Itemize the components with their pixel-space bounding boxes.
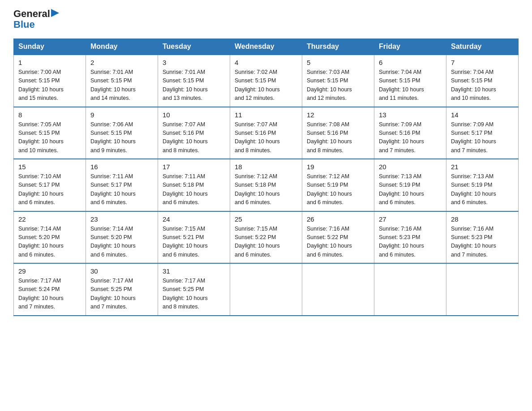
calendar-cell: 20Sunrise: 7:13 AMSunset: 5:19 PMDayligh… bbox=[374, 159, 446, 211]
day-info: Sunrise: 7:10 AMSunset: 5:17 PMDaylight:… bbox=[18, 172, 81, 207]
day-info: Sunrise: 7:13 AMSunset: 5:19 PMDaylight:… bbox=[451, 172, 514, 207]
calendar-week-3: 15Sunrise: 7:10 AMSunset: 5:17 PMDayligh… bbox=[14, 159, 519, 211]
calendar-week-2: 8Sunrise: 7:05 AMSunset: 5:15 PMDaylight… bbox=[14, 107, 519, 159]
calendar-cell: 30Sunrise: 7:17 AMSunset: 5:25 PMDayligh… bbox=[86, 263, 158, 316]
page-header: General Blue bbox=[13, 9, 519, 30]
day-info: Sunrise: 7:14 AMSunset: 5:20 PMDaylight:… bbox=[18, 225, 81, 260]
day-number: 19 bbox=[307, 163, 369, 171]
day-info: Sunrise: 7:14 AMSunset: 5:20 PMDaylight:… bbox=[90, 225, 153, 260]
calendar-cell: 18Sunrise: 7:12 AMSunset: 5:18 PMDayligh… bbox=[230, 159, 302, 211]
day-number: 30 bbox=[90, 267, 153, 275]
calendar-cell: 14Sunrise: 7:09 AMSunset: 5:17 PMDayligh… bbox=[446, 107, 519, 159]
svg-marker-0 bbox=[51, 9, 59, 17]
calendar-cell bbox=[446, 263, 519, 316]
calendar-cell: 26Sunrise: 7:16 AMSunset: 5:22 PMDayligh… bbox=[302, 211, 374, 264]
calendar-cell: 24Sunrise: 7:15 AMSunset: 5:21 PMDayligh… bbox=[158, 211, 230, 264]
day-info: Sunrise: 7:06 AMSunset: 5:15 PMDaylight:… bbox=[90, 120, 153, 155]
calendar-cell: 11Sunrise: 7:07 AMSunset: 5:16 PMDayligh… bbox=[230, 107, 302, 159]
calendar-cell: 8Sunrise: 7:05 AMSunset: 5:15 PMDaylight… bbox=[14, 107, 86, 159]
calendar-week-5: 29Sunrise: 7:17 AMSunset: 5:24 PMDayligh… bbox=[14, 263, 519, 316]
calendar-cell: 4Sunrise: 7:02 AMSunset: 5:15 PMDaylight… bbox=[230, 55, 302, 107]
calendar-week-4: 22Sunrise: 7:14 AMSunset: 5:20 PMDayligh… bbox=[14, 211, 519, 264]
day-info: Sunrise: 7:08 AMSunset: 5:16 PMDaylight:… bbox=[307, 120, 369, 155]
calendar-cell: 17Sunrise: 7:11 AMSunset: 5:18 PMDayligh… bbox=[158, 159, 230, 211]
header-wednesday: Wednesday bbox=[230, 39, 302, 55]
calendar-cell: 19Sunrise: 7:12 AMSunset: 5:19 PMDayligh… bbox=[302, 159, 374, 211]
day-number: 22 bbox=[18, 215, 81, 223]
calendar-cell: 31Sunrise: 7:17 AMSunset: 5:25 PMDayligh… bbox=[158, 263, 230, 316]
day-number: 8 bbox=[18, 111, 81, 119]
day-info: Sunrise: 7:04 AMSunset: 5:15 PMDaylight:… bbox=[451, 68, 514, 103]
day-number: 1 bbox=[18, 59, 81, 66]
day-info: Sunrise: 7:00 AMSunset: 5:15 PMDaylight:… bbox=[18, 68, 81, 103]
day-info: Sunrise: 7:15 AMSunset: 5:22 PMDaylight:… bbox=[235, 225, 297, 260]
day-number: 18 bbox=[235, 163, 297, 171]
calendar-cell: 15Sunrise: 7:10 AMSunset: 5:17 PMDayligh… bbox=[14, 159, 86, 211]
calendar-cell: 10Sunrise: 7:07 AMSunset: 5:16 PMDayligh… bbox=[158, 107, 230, 159]
day-info: Sunrise: 7:12 AMSunset: 5:19 PMDaylight:… bbox=[307, 172, 369, 207]
day-number: 24 bbox=[163, 215, 225, 223]
calendar-week-1: 1Sunrise: 7:00 AMSunset: 5:15 PMDaylight… bbox=[14, 55, 519, 107]
day-number: 10 bbox=[163, 111, 225, 119]
calendar-cell bbox=[374, 263, 446, 316]
day-number: 15 bbox=[18, 163, 81, 171]
calendar-cell: 16Sunrise: 7:11 AMSunset: 5:17 PMDayligh… bbox=[86, 159, 158, 211]
day-info: Sunrise: 7:17 AMSunset: 5:24 PMDaylight:… bbox=[18, 277, 81, 312]
header-tuesday: Tuesday bbox=[158, 39, 230, 55]
day-info: Sunrise: 7:11 AMSunset: 5:17 PMDaylight:… bbox=[90, 172, 153, 207]
calendar-cell: 28Sunrise: 7:16 AMSunset: 5:23 PMDayligh… bbox=[446, 211, 519, 264]
day-number: 3 bbox=[163, 59, 225, 66]
day-number: 17 bbox=[163, 163, 225, 171]
day-number: 13 bbox=[379, 111, 442, 119]
logo: General Blue bbox=[13, 9, 59, 30]
day-number: 31 bbox=[163, 267, 225, 275]
day-info: Sunrise: 7:11 AMSunset: 5:18 PMDaylight:… bbox=[163, 172, 225, 207]
day-info: Sunrise: 7:02 AMSunset: 5:15 PMDaylight:… bbox=[235, 68, 297, 103]
day-number: 16 bbox=[90, 163, 153, 171]
day-info: Sunrise: 7:15 AMSunset: 5:21 PMDaylight:… bbox=[163, 225, 225, 260]
day-info: Sunrise: 7:07 AMSunset: 5:16 PMDaylight:… bbox=[235, 120, 297, 155]
day-number: 27 bbox=[379, 215, 442, 223]
day-info: Sunrise: 7:01 AMSunset: 5:15 PMDaylight:… bbox=[163, 68, 225, 103]
calendar-cell: 7Sunrise: 7:04 AMSunset: 5:15 PMDaylight… bbox=[446, 55, 519, 107]
calendar-cell: 13Sunrise: 7:09 AMSunset: 5:16 PMDayligh… bbox=[374, 107, 446, 159]
logo-arrow-icon bbox=[51, 9, 59, 17]
day-number: 5 bbox=[307, 59, 369, 66]
day-number: 23 bbox=[90, 215, 153, 223]
day-number: 7 bbox=[451, 59, 514, 66]
day-info: Sunrise: 7:01 AMSunset: 5:15 PMDaylight:… bbox=[90, 68, 153, 103]
day-info: Sunrise: 7:12 AMSunset: 5:18 PMDaylight:… bbox=[235, 172, 297, 207]
header-thursday: Thursday bbox=[302, 39, 374, 55]
header-friday: Friday bbox=[374, 39, 446, 55]
day-info: Sunrise: 7:17 AMSunset: 5:25 PMDaylight:… bbox=[163, 277, 225, 312]
calendar-cell: 12Sunrise: 7:08 AMSunset: 5:16 PMDayligh… bbox=[302, 107, 374, 159]
calendar-cell bbox=[230, 263, 302, 316]
header-monday: Monday bbox=[86, 39, 158, 55]
calendar-cell: 23Sunrise: 7:14 AMSunset: 5:20 PMDayligh… bbox=[86, 211, 158, 264]
calendar-cell: 29Sunrise: 7:17 AMSunset: 5:24 PMDayligh… bbox=[14, 263, 86, 316]
day-info: Sunrise: 7:05 AMSunset: 5:15 PMDaylight:… bbox=[18, 120, 81, 155]
logo-blue: Blue bbox=[13, 19, 35, 30]
day-number: 14 bbox=[451, 111, 514, 119]
calendar-cell: 1Sunrise: 7:00 AMSunset: 5:15 PMDaylight… bbox=[14, 55, 86, 107]
calendar-header-row: SundayMondayTuesdayWednesdayThursdayFrid… bbox=[14, 39, 519, 55]
day-info: Sunrise: 7:09 AMSunset: 5:16 PMDaylight:… bbox=[379, 120, 442, 155]
calendar-cell: 5Sunrise: 7:03 AMSunset: 5:15 PMDaylight… bbox=[302, 55, 374, 107]
calendar-cell: 2Sunrise: 7:01 AMSunset: 5:15 PMDaylight… bbox=[86, 55, 158, 107]
day-info: Sunrise: 7:13 AMSunset: 5:19 PMDaylight:… bbox=[379, 172, 442, 207]
calendar-cell: 9Sunrise: 7:06 AMSunset: 5:15 PMDaylight… bbox=[86, 107, 158, 159]
day-info: Sunrise: 7:16 AMSunset: 5:22 PMDaylight:… bbox=[307, 225, 369, 260]
day-number: 4 bbox=[235, 59, 297, 66]
day-info: Sunrise: 7:07 AMSunset: 5:16 PMDaylight:… bbox=[163, 120, 225, 155]
day-info: Sunrise: 7:16 AMSunset: 5:23 PMDaylight:… bbox=[451, 225, 514, 260]
calendar-cell: 21Sunrise: 7:13 AMSunset: 5:19 PMDayligh… bbox=[446, 159, 519, 211]
day-number: 6 bbox=[379, 59, 442, 66]
header-sunday: Sunday bbox=[14, 39, 86, 55]
calendar-table: SundayMondayTuesdayWednesdayThursdayFrid… bbox=[13, 39, 519, 316]
calendar-cell: 27Sunrise: 7:16 AMSunset: 5:23 PMDayligh… bbox=[374, 211, 446, 264]
calendar-cell bbox=[302, 263, 374, 316]
day-number: 29 bbox=[18, 267, 81, 275]
day-number: 11 bbox=[235, 111, 297, 119]
calendar-cell: 25Sunrise: 7:15 AMSunset: 5:22 PMDayligh… bbox=[230, 211, 302, 264]
logo-general: General bbox=[13, 9, 50, 19]
